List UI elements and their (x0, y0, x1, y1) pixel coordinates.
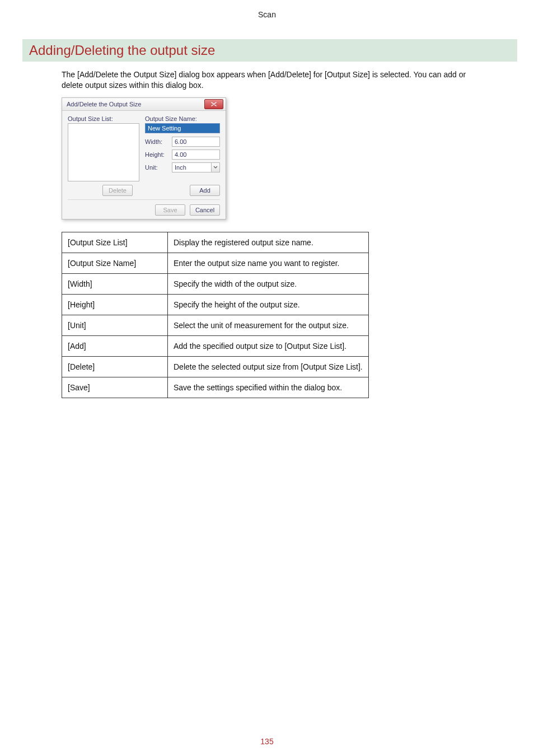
dialog-title: Add/Delete the Output Size (67, 101, 141, 108)
def-key: [Save] (62, 377, 168, 398)
close-icon[interactable] (204, 99, 223, 109)
height-row: Height: 4.00 (145, 150, 220, 160)
def-val: Display the registered output size name. (168, 232, 369, 253)
width-label: Width: (145, 138, 172, 145)
dialog-button-row-2: Save Cancel (68, 199, 220, 216)
def-key: [Height] (62, 294, 168, 315)
output-size-dialog: Add/Delete the Output Size Output Size L… (62, 97, 226, 220)
def-val: Delete the selected output size from [Ou… (168, 356, 369, 377)
unit-label: Unit: (145, 164, 172, 171)
add-button[interactable]: Add (190, 185, 220, 196)
unit-row: Unit: Inch (145, 162, 220, 172)
dialog-right-col: Output Size Name: New Setting Width: 6.0… (145, 115, 220, 181)
def-val: Enter the output size name you want to r… (168, 253, 369, 273)
height-field[interactable]: 4.00 (172, 150, 220, 160)
def-key: [Output Size Name] (62, 253, 168, 273)
def-val: Add the specified output size to [Output… (168, 335, 369, 356)
page-title: Adding/Deleting the output size (29, 43, 510, 58)
def-key: [Output Size List] (62, 232, 168, 253)
save-button[interactable]: Save (155, 204, 185, 216)
def-key: [Width] (62, 273, 168, 294)
def-val: Save the settings specified within the d… (168, 377, 369, 398)
definitions-body: [Output Size List] Display the registere… (62, 232, 369, 398)
dialog-columns: Output Size List: Output Size Name: New … (68, 115, 220, 181)
output-size-name-label: Output Size Name: (145, 115, 220, 122)
def-val: Select the unit of measurement for the o… (168, 315, 369, 335)
page: Scan Adding/Deleting the output size The… (0, 0, 534, 756)
output-size-list-label: Output Size List: (68, 115, 139, 122)
heading-bar: Adding/Deleting the output size (22, 39, 517, 62)
output-size-list[interactable] (68, 123, 139, 181)
table-row: [Height] Specify the height of the outpu… (62, 294, 369, 315)
unit-value: Inch (172, 162, 211, 172)
width-row: Width: 6.00 (145, 137, 220, 147)
body-block: The [Add/Delete the Output Size] dialog … (62, 69, 487, 398)
table-row: [Output Size List] Display the registere… (62, 232, 369, 253)
chevron-down-icon[interactable] (211, 162, 220, 172)
table-row: [Output Size Name] Enter the output size… (62, 253, 369, 273)
table-row: [Delete] Delete the selected output size… (62, 356, 369, 377)
def-key: [Add] (62, 335, 168, 356)
unit-select[interactable]: Inch (172, 162, 220, 172)
dialog-button-row-1: Delete Add (68, 181, 220, 196)
table-row: [Save] Save the settings specified withi… (62, 377, 369, 398)
dialog-titlebar: Add/Delete the Output Size (62, 98, 226, 111)
dialog-left-col: Output Size List: (68, 115, 139, 181)
table-row: [Unit] Select the unit of measurement fo… (62, 315, 369, 335)
dialog-body: Output Size List: Output Size Name: New … (62, 111, 226, 219)
height-label: Height: (145, 151, 172, 158)
definitions-table: [Output Size List] Display the registere… (62, 232, 369, 398)
def-val: Specify the width of the output size. (168, 273, 369, 294)
table-row: [Add] Add the specified output size to [… (62, 335, 369, 356)
def-key: [Unit] (62, 315, 168, 335)
def-val: Specify the height of the output size. (168, 294, 369, 315)
page-number: 135 (0, 737, 534, 746)
page-header: Scan (22, 8, 512, 39)
output-size-name-field[interactable]: New Setting (145, 123, 220, 133)
def-key: [Delete] (62, 356, 168, 377)
intro-text: The [Add/Delete the Output Size] dialog … (62, 69, 487, 91)
cancel-button[interactable]: Cancel (190, 204, 220, 216)
table-row: [Width] Specify the width of the output … (62, 273, 369, 294)
delete-button[interactable]: Delete (102, 185, 133, 196)
width-field[interactable]: 6.00 (172, 137, 220, 147)
